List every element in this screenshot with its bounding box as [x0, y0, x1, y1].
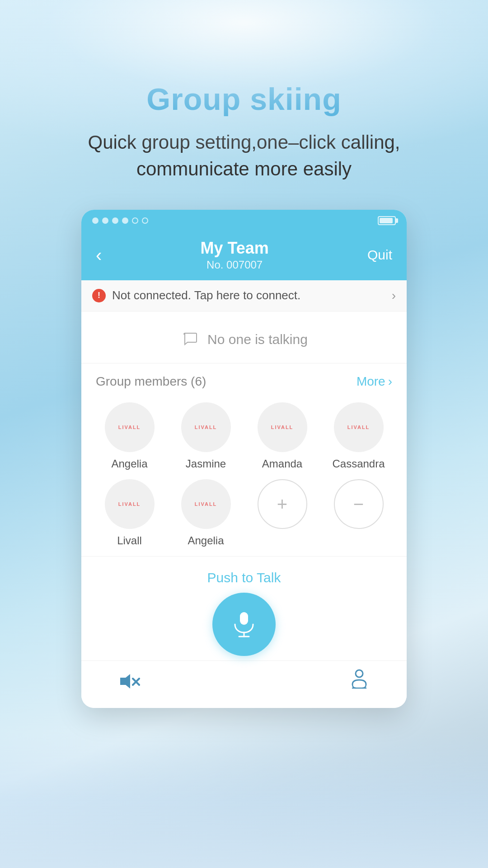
push-to-talk-button[interactable]	[212, 593, 276, 656]
avatar: LIVALL	[105, 402, 155, 452]
notice-chevron: ›	[392, 288, 396, 303]
quit-button[interactable]: Quit	[367, 247, 392, 263]
mute-button[interactable]	[117, 671, 140, 691]
list-item: LIVALL Cassandra	[325, 402, 392, 470]
chat-bubble-icon	[180, 330, 200, 349]
list-item: LIVALL Angelia	[96, 402, 163, 470]
group-section: Group members (6) More › LIVALL Angelia	[81, 363, 407, 556]
svg-rect-0	[240, 612, 248, 625]
bottom-bar	[81, 660, 407, 708]
back-button[interactable]: ‹	[96, 246, 102, 264]
list-item: +	[249, 479, 316, 547]
notice-text: Not connected. Tap here to connect.	[112, 288, 385, 302]
list-item: −	[325, 479, 392, 547]
team-name: My Team	[200, 239, 268, 258]
minus-icon: −	[353, 495, 364, 513]
remove-member-button[interactable]: −	[334, 479, 384, 529]
avatar: LIVALL	[181, 402, 231, 452]
app-header: ‹ My Team No. 007007 Quit	[81, 231, 407, 280]
group-header: Group members (6) More ›	[92, 363, 396, 398]
error-icon: !	[92, 289, 106, 302]
battery-fill	[380, 218, 393, 223]
member-name: Angelia	[111, 458, 147, 470]
avatar: LIVALL	[181, 479, 231, 529]
member-name: Cassandra	[332, 458, 385, 470]
list-item: LIVALL Livall	[96, 479, 163, 547]
list-item: LIVALL Jasmine	[172, 402, 239, 470]
talking-text: No one is talking	[207, 332, 308, 347]
group-title: Group members (6)	[96, 374, 206, 389]
member-grid: LIVALL Angelia LIVALL Jasmine LIVALL	[92, 398, 396, 556]
avatar: LIVALL	[258, 402, 307, 452]
more-button[interactable]: More ›	[357, 374, 392, 389]
battery-icon	[378, 216, 396, 225]
page-content: Group skiing Quick group setting,one–cli…	[0, 0, 488, 868]
ptt-label: Push to Talk	[207, 570, 281, 585]
member-name: Angelia	[188, 534, 224, 547]
svg-marker-3	[120, 674, 130, 689]
phone-mockup: ‹ My Team No. 007007 Quit ! Not connecte…	[81, 210, 407, 708]
ptt-section: Push to Talk	[81, 556, 407, 660]
avatar: LIVALL	[334, 402, 384, 452]
list-item: LIVALL Angelia	[172, 479, 239, 547]
team-number: No. 007007	[200, 259, 268, 271]
header-title-section: My Team No. 007007	[200, 239, 268, 271]
member-name: Livall	[117, 534, 142, 547]
svg-point-6	[356, 670, 363, 677]
list-item: LIVALL Amanda	[249, 402, 316, 470]
location-button[interactable]	[348, 668, 371, 694]
member-name: Jasmine	[186, 458, 226, 470]
connection-notice[interactable]: ! Not connected. Tap here to connect. ›	[81, 280, 407, 311]
talking-status: No one is talking	[81, 311, 407, 363]
avatar: LIVALL	[105, 479, 155, 529]
plus-icon: +	[277, 495, 287, 513]
member-name: Amanda	[262, 458, 302, 470]
add-member-button[interactable]: +	[258, 479, 307, 529]
